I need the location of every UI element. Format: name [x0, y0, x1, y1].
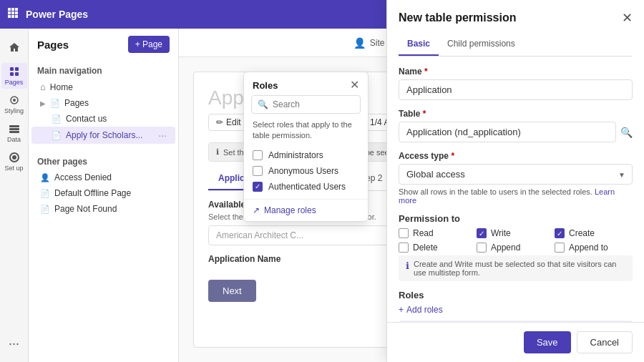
tab-basic[interactable]: Basic [399, 33, 439, 56]
create-checkbox[interactable] [555, 228, 565, 238]
administrators-checkbox[interactable] [253, 150, 263, 160]
svg-rect-0 [8, 8, 11, 11]
scholarships-input[interactable]: American Architect C... [208, 225, 409, 245]
svg-rect-1 [11, 8, 14, 11]
role-administrators[interactable]: Administrators [244, 147, 368, 163]
home-icon: ⌂ [40, 82, 46, 92]
apply-page-icon: 📄 [52, 131, 62, 140]
table-search-icon[interactable]: 🔍 [620, 127, 633, 138]
svg-rect-11 [10, 72, 14, 76]
access-type-select[interactable]: Global access [399, 164, 633, 185]
administrators-label: Administrators [268, 150, 323, 160]
sidebar-styling-label: Styling [4, 107, 24, 114]
roles-popup-close-button[interactable]: ✕ [350, 79, 359, 91]
svg-rect-5 [15, 11, 18, 14]
nav-item-more-icon[interactable]: ··· [158, 129, 167, 141]
other-pages-section: Other pages [29, 151, 178, 170]
manage-roles-icon: ↗ [253, 205, 260, 215]
delete-checkbox[interactable] [399, 243, 409, 253]
roles-search-box[interactable]: 🔍 [251, 95, 361, 114]
nav-item-access-denied[interactable]: 👤 Access Denied [31, 170, 175, 185]
access-info: Show all rows in the table to users in t… [399, 187, 633, 205]
svg-rect-7 [11, 15, 14, 18]
panel-roles-section: Roles + Add roles 👤 Authenticated Users … [399, 290, 633, 322]
tab-child-permissions[interactable]: Child permissions [439, 33, 524, 56]
create-write-info: ℹ Create and Write must be selected so t… [399, 255, 633, 281]
perm-append: Append [477, 243, 555, 253]
name-input[interactable] [399, 79, 633, 100]
svg-rect-6 [8, 15, 11, 18]
cancel-button[interactable]: Cancel [577, 331, 633, 353]
nav-item-offline[interactable]: 📄 Default Offline Page [31, 185, 175, 201]
svg-rect-16 [9, 128, 19, 130]
sidebar-item-styling[interactable]: Styling [1, 92, 27, 117]
sidebar-pages-label: Pages [5, 79, 24, 86]
sidebar-more-icon[interactable]: ··· [1, 331, 27, 356]
permissions-grid: Read Write Create Delete [399, 228, 633, 253]
roles-popup: Roles ✕ 🔍 Select roles that apply to the… [243, 72, 369, 222]
nav-item-apply[interactable]: 📄 Apply for Scholars... ··· [31, 127, 175, 144]
anonymous-label: Anonymous Users [268, 166, 338, 176]
save-button[interactable]: Save [524, 331, 571, 353]
nav-apply-label: Apply for Scholars... [66, 130, 142, 140]
svg-rect-8 [15, 15, 18, 18]
anonymous-checkbox[interactable] [253, 166, 263, 176]
contact-page-icon: 📄 [52, 114, 62, 124]
next-button[interactable]: Next [208, 280, 256, 302]
pages-sidebar-title: Pages [37, 39, 69, 51]
panel-tabs: Basic Child permissions [399, 33, 633, 57]
append-to-checkbox[interactable] [555, 243, 565, 253]
roles-popup-title: Roles [253, 80, 278, 91]
pages-sidebar-header: Pages + Page [29, 36, 178, 60]
table-input[interactable] [399, 122, 616, 142]
edit-icon: ✏ [216, 117, 223, 127]
write-checkbox[interactable] [477, 228, 487, 238]
authenticated-checkbox[interactable] [253, 182, 263, 192]
add-roles-button[interactable]: + Add roles [399, 305, 633, 315]
info-icon: ℹ [216, 147, 219, 157]
roles-section-label: Roles [399, 290, 633, 300]
add-roles-label: Add roles [406, 305, 443, 315]
nav-item-contact[interactable]: 📄 Contact us [31, 111, 175, 127]
sidebar-item-data[interactable]: Data [1, 120, 27, 146]
add-page-button[interactable]: + Page [128, 36, 170, 53]
nav-item-not-found[interactable]: 📄 Page Not Found [31, 201, 175, 217]
nav-item-pages[interactable]: ▶ 📄 Pages [31, 95, 175, 111]
sidebar-item-home[interactable] [1, 34, 27, 60]
offline-page-icon: 📄 [40, 189, 50, 198]
manage-roles-button[interactable]: ↗ Manage roles [244, 199, 368, 215]
right-panel: New table permission ✕ Basic Child permi… [386, 29, 644, 362]
perm-append-to: Append to [555, 243, 633, 253]
nav-home-label: Home [50, 82, 73, 92]
nav-item-home[interactable]: ⌂ Home [31, 79, 175, 95]
main-layout: Pages Styling Data Set up ··· Pages + [0, 29, 644, 362]
svg-rect-10 [15, 67, 19, 71]
panel-permissions-section: Permission to Read Write Create [399, 213, 633, 281]
table-row: 🔍 [399, 122, 633, 142]
perm-read: Read [399, 228, 477, 238]
permission-to-label: Permission to [399, 213, 633, 224]
not-found-icon: 📄 [40, 205, 50, 214]
panel-body: Name * Table * 🔍 Access type * [387, 57, 644, 322]
perm-delete: Delete [399, 243, 477, 253]
role-anonymous[interactable]: Anonymous Users [244, 163, 368, 179]
svg-rect-2 [15, 8, 18, 11]
search-icon: 🔍 [258, 99, 268, 109]
perm-create: Create [555, 228, 633, 238]
grid-icon[interactable] [7, 7, 19, 21]
sidebar-item-pages[interactable]: Pages [1, 63, 27, 89]
sidebar-item-setup[interactable]: Set up [1, 149, 27, 175]
role-authenticated[interactable]: Authenticated Users [244, 179, 368, 195]
read-checkbox[interactable] [399, 228, 409, 238]
svg-rect-9 [10, 67, 14, 71]
perm-write: Write [477, 228, 555, 238]
append-checkbox[interactable] [477, 243, 487, 253]
svg-rect-4 [11, 11, 14, 14]
roles-search-input[interactable] [273, 99, 354, 109]
nav-access-label: Access Denied [54, 172, 112, 182]
site-icon: 👤 [353, 37, 366, 49]
svg-rect-15 [9, 125, 19, 127]
access-denied-icon: 👤 [40, 173, 50, 182]
plus-icon: + [399, 305, 404, 315]
panel-footer: Save Cancel [387, 322, 644, 362]
